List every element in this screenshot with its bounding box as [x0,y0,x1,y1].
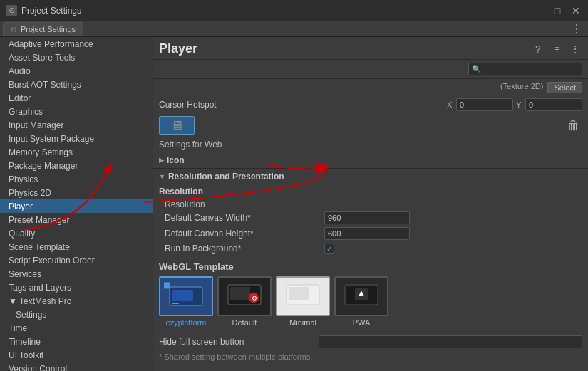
sidebar-item-script-execution[interactable]: Script Execution Order [0,254,153,267]
platform-row: 🖥 🗑 [153,113,588,137]
sidebar-item-timeline[interactable]: Timeline [0,335,153,348]
menu-button[interactable]: ⋮ [568,42,582,56]
sidebar-item-textmesh-pro[interactable]: ▼ TextMesh Pro [0,294,153,308]
tab-menu-button[interactable]: ⋮ [571,22,585,36]
webgl-thumbnails: ▦ ezyplatform [159,276,582,331]
tab-project-settings[interactable]: ⚙ Project Settings [3,22,83,36]
title-bar: ⊙ Project Settings − □ ✕ [0,0,588,21]
sidebar-item-audio[interactable]: Audio [0,64,153,78]
help-button[interactable]: ? [531,42,545,56]
tab-label: Project Settings [21,25,76,33]
delete-icon: 🗑 [567,118,580,133]
webgl-thumb-ezyplatform[interactable]: ▦ ezyplatform [159,276,213,327]
x-value-input[interactable] [456,98,513,111]
webgl-thumb-minimal-label: Minimal [289,318,316,327]
select-button[interactable]: Select [547,82,582,93]
webgl-thumb-ezyplatform-img: ▦ [159,276,213,316]
cursor-hotspot-label: Cursor Hotspot [159,100,217,110]
webgl-thumb-pwa[interactable]: PWA [334,276,388,327]
sidebar-item-physics[interactable]: Physics [0,172,153,186]
search-input[interactable] [468,63,582,75]
svg-rect-8 [289,287,309,300]
resolution-section: ▼ Resolution and Presentation Resolution… [153,168,588,256]
settings-for-web-label: Settings for Web [153,137,588,152]
monitor-icon: 🖥 [170,118,183,133]
sidebar-item-adaptive-performance[interactable]: Adaptive Performance [0,37,153,51]
canvas-width-input[interactable] [324,211,410,224]
canvas-height-input[interactable] [324,227,410,240]
pwa-svg [344,283,379,309]
sidebar-item-ui-toolkit[interactable]: UI Toolkit [0,348,153,362]
page-title: Player [159,41,197,56]
sidebar-item-scene-template[interactable]: Scene Template [0,240,153,254]
sidebar-item-tags-and-layers[interactable]: Tags and Layers [0,281,153,294]
y-value-input[interactable] [525,98,582,111]
run-in-background-checkbox[interactable] [324,244,334,254]
shared-settings-note: * Shared setting between multiple platfo… [153,350,588,364]
sidebar-item-burst-aot[interactable]: Burst AOT Settings [0,78,153,91]
tab-settings-icon: ⚙ [11,26,17,33]
sidebar-item-version-control[interactable]: Version Control [0,362,153,371]
ezyplatform-svg [168,286,204,307]
sidebar-item-time[interactable]: Time [0,321,153,335]
content-area: Player ? ≡ ⋮ (Texture 2D) Select Cursor … [153,37,588,371]
main-layout: Adaptive Performance Asset Store Tools A… [0,37,588,371]
icon-section-label: Icon [167,155,185,165]
content-header: Player ? ≡ ⋮ [153,37,588,60]
sidebar-item-input-manager[interactable]: Input Manager [0,118,153,132]
maximize-button[interactable]: □ [551,4,564,17]
webgl-thumb-minimal[interactable]: Minimal [276,276,330,327]
header-icons: ? ≡ ⋮ [531,42,582,56]
sidebar-item-input-system[interactable]: Input System Package [0,132,153,145]
sidebar-item-memory-settings[interactable]: Memory Settings [0,145,153,159]
webgl-thumb-pwa-label: PWA [353,318,371,327]
run-in-background-row: Run In Background* [153,241,588,256]
sidebar-item-quality[interactable]: Quality [0,226,153,240]
x-label: X [447,100,454,109]
canvas-width-label: Default Canvas Width* [165,213,321,223]
resolution-section-label: Resolution and Presentation [168,172,284,182]
minimize-button[interactable]: − [532,4,545,17]
monitor-platform-icon[interactable]: 🖥 [159,116,195,135]
resolution-sub-label: Resolution [153,197,588,210]
sidebar-item-settings[interactable]: Settings [0,308,153,321]
webgl-thumb-default-label: Default [232,318,257,327]
sidebar: Adaptive Performance Asset Store Tools A… [0,37,153,371]
sidebar-item-graphics[interactable]: Graphics [0,105,153,118]
sidebar-item-services[interactable]: Services [0,267,153,281]
settings-icon-button[interactable]: ≡ [550,42,564,56]
icon-section: ▶ Icon [153,152,588,168]
delete-platform-button[interactable]: 🗑 [565,117,582,134]
app-icon: ⊙ [6,5,17,16]
sidebar-item-physics-2d[interactable]: Physics 2D [0,186,153,199]
sidebar-item-player[interactable]: Player [0,199,153,213]
y-coord-group: Y [516,98,582,111]
webgl-thumb-ezyplatform-label: ezyplatform [166,318,207,327]
webgl-thumb-default[interactable]: ⚙ Default [217,276,272,327]
sidebar-item-package-manager[interactable]: Package Manager [0,159,153,172]
run-in-background-label: Run In Background* [165,244,321,254]
hide-fullscreen-label: Hide full screen button [159,337,316,347]
canvas-height-label: Default Canvas Height* [165,229,321,239]
canvas-height-row: Default Canvas Height* [153,226,588,241]
content-scroll[interactable]: (Texture 2D) Select Cursor Hotspot X Y [153,79,588,371]
title-bar-left: ⊙ Project Settings [6,5,81,16]
hide-fullscreen-row: Hide full screen button [153,334,588,350]
sidebar-item-asset-store-tools[interactable]: Asset Store Tools [0,51,153,64]
webgl-thumb-default-img: ⚙ [217,276,272,316]
resolution-section-header[interactable]: ▼ Resolution and Presentation [153,169,588,184]
sidebar-item-editor[interactable]: Editor [0,91,153,105]
sidebar-item-preset-manager[interactable]: Preset Manager [0,213,153,226]
webgl-thumb-minimal-img [276,276,330,316]
texture2d-row: (Texture 2D) Select [153,79,588,96]
canvas-width-row: Default Canvas Width* [153,210,588,226]
icon-section-header[interactable]: ▶ Icon [153,152,588,168]
search-area [153,60,588,79]
svg-rect-4 [230,287,250,300]
cursor-hotspot-row: Cursor Hotspot X Y [153,96,588,113]
svg-text:⚙: ⚙ [252,295,257,302]
texture2d-label: (Texture 2D) [500,82,544,93]
window-title: Project Settings [21,6,81,16]
close-button[interactable]: ✕ [569,4,582,17]
webgl-thumb-pwa-img [334,276,388,316]
